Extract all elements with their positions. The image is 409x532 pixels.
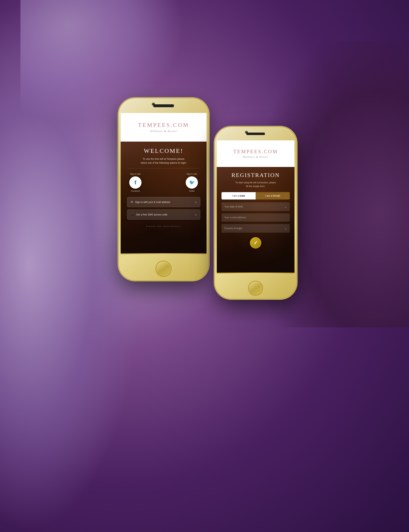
social-row: Sign-in with f Facebook Sign-in with 🐦 bbox=[129, 173, 198, 192]
arrow-icon-1: › bbox=[195, 200, 197, 204]
speaker-1 bbox=[153, 104, 174, 107]
welcome-title: WELCOME! bbox=[144, 147, 183, 154]
phone2-screen: TEMPEES.COM Wellness & Resort REGISTRATI… bbox=[217, 140, 295, 273]
facebook-icon: f bbox=[135, 180, 136, 185]
facebook-label-top: Sign-in with bbox=[130, 173, 141, 175]
speaker-2 bbox=[246, 133, 265, 135]
country-label: Country of origin bbox=[224, 227, 242, 230]
registration-subtitle: To start using the wifi connection, plea… bbox=[222, 181, 290, 188]
twitter-group: Sign-in with 🐦 Twitter bbox=[186, 173, 198, 192]
logo-t: TEMPEES.COM bbox=[138, 122, 189, 128]
logo-1: TEMPEES.COM bbox=[138, 122, 189, 128]
signin-sms-button[interactable]: 📱 Get a free SMS access code › bbox=[127, 209, 200, 219]
home-button-2[interactable] bbox=[249, 282, 262, 295]
country-field[interactable]: Country of origin ⌄ bbox=[222, 224, 290, 233]
signin-email-button[interactable]: ✉ Sign-in with your E-mail address › bbox=[127, 197, 200, 207]
anonymous-text: PLEASE USE ANONYMOUSLY bbox=[146, 225, 181, 227]
welcome-text: To use the free wifi at Tempees pleasese… bbox=[127, 157, 200, 165]
subtitle-1: Wellness & Resort bbox=[150, 130, 177, 133]
app-header-2: TEMPEES.COM Wellness & Resort bbox=[217, 140, 295, 167]
logo-2: TEMPEES.COM bbox=[233, 149, 278, 154]
gold-bar-2 bbox=[217, 273, 295, 273]
registration-title: REGISTRATION bbox=[232, 172, 280, 178]
gender-male-label: I am a male bbox=[232, 194, 245, 197]
date-of-birth-field[interactable]: Your date of birth ⌄ bbox=[222, 202, 290, 211]
divider-1 bbox=[127, 168, 200, 168]
gender-row: I am a male I am a female bbox=[222, 192, 290, 200]
email-icon: ✉ bbox=[131, 200, 133, 204]
app-content-2: REGISTRATION To start using the wifi con… bbox=[217, 167, 295, 249]
signin-email-inner: ✉ Sign-in with your E-mail address bbox=[131, 200, 170, 204]
signin-sms-inner: 📱 Get a free SMS access code bbox=[131, 213, 167, 216]
twitter-button[interactable]: 🐦 bbox=[186, 176, 198, 189]
checkmark-icon: ✓ bbox=[254, 240, 258, 245]
twitter-label-top: Sign-in with bbox=[186, 173, 197, 175]
gender-female-button[interactable]: I am a female bbox=[256, 192, 290, 200]
chevron-down-icon-country: ⌄ bbox=[284, 227, 287, 230]
date-of-birth-label: Your date of birth bbox=[224, 205, 243, 208]
phone1-screen: TEMPEES.COM Wellness & Resort WELCOME! T… bbox=[121, 113, 206, 254]
email-field[interactable]: Your e-mail address bbox=[222, 213, 290, 222]
phone-2: TEMPEES.COM Wellness & Resort REGISTRATI… bbox=[215, 127, 297, 299]
chevron-down-icon-dob: ⌄ bbox=[284, 205, 287, 208]
app-body-2: REGISTRATION To start using the wifi con… bbox=[217, 167, 295, 273]
home-button-1[interactable] bbox=[156, 262, 171, 276]
subtitle-2: Wellness & Resort bbox=[243, 155, 268, 159]
app-header-1: TEMPEES.COM Wellness & Resort bbox=[121, 113, 206, 142]
scene: TEMPEES.COM Wellness & Resort WELCOME! T… bbox=[0, 0, 409, 532]
signin-email-label: Sign-in with your E-mail address bbox=[135, 201, 170, 204]
signin-sms-label: Get a free SMS access code bbox=[136, 213, 167, 216]
gender-male-button[interactable]: I am a male bbox=[222, 192, 256, 200]
facebook-button[interactable]: f bbox=[129, 176, 141, 189]
phones-container: TEMPEES.COM Wellness & Resort WELCOME! T… bbox=[112, 82, 297, 430]
twitter-label-bottom: Twitter bbox=[189, 190, 195, 192]
email-placeholder: Your e-mail address bbox=[224, 216, 246, 219]
app-content-1: WELCOME! To use the free wifi at Tempees… bbox=[121, 142, 206, 227]
submit-button[interactable]: ✓ bbox=[250, 237, 261, 249]
facebook-label-bottom: Facebook bbox=[131, 190, 140, 192]
facebook-group: Sign-in with f Facebook bbox=[129, 173, 141, 192]
gold-bar-1 bbox=[121, 253, 206, 254]
app-body-1: WELCOME! To use the free wifi at Tempees… bbox=[121, 142, 206, 254]
gender-female-label: I am a female bbox=[265, 194, 280, 197]
phone-1: TEMPEES.COM Wellness & Resort WELCOME! T… bbox=[119, 98, 209, 280]
arrow-icon-2: › bbox=[195, 212, 197, 217]
twitter-icon: 🐦 bbox=[189, 180, 195, 185]
sms-icon: 📱 bbox=[131, 213, 134, 216]
